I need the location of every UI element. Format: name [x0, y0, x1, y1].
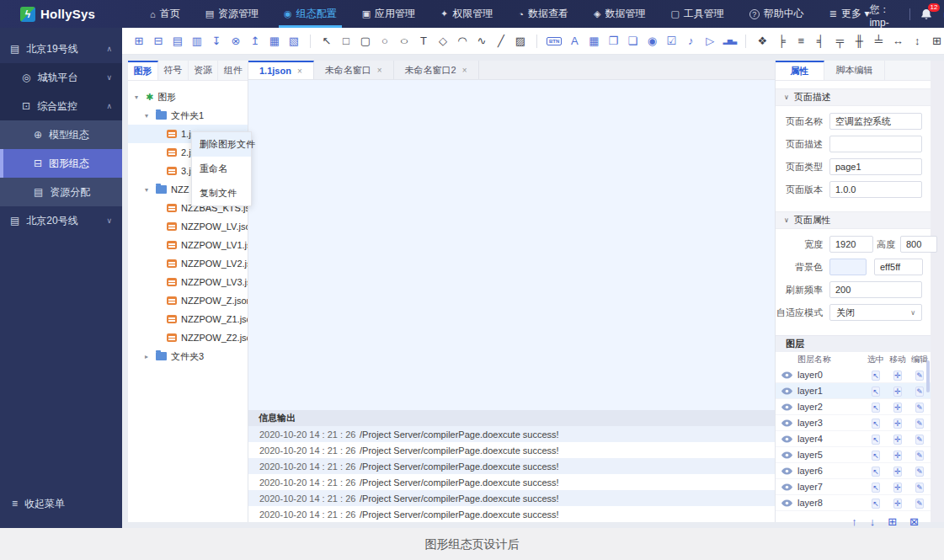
upload-cloud-icon[interactable]: ↥	[247, 33, 264, 50]
rect-tool-icon[interactable]: □	[338, 33, 355, 50]
center-in-canvas-icon[interactable]: ⊞	[928, 33, 944, 50]
move-layer-button[interactable]: ✛	[893, 451, 902, 461]
align-top-icon[interactable]: ╤	[831, 33, 848, 50]
section-page-attributes[interactable]: ∨ 页面属性	[776, 211, 931, 229]
curve-tool-icon[interactable]: ∿	[473, 33, 490, 50]
nav-resource-mgmt[interactable]: ▤ 资源管理	[205, 0, 259, 28]
visibility-eye-icon[interactable]	[776, 371, 797, 379]
text-tool-icon[interactable]: T	[415, 33, 432, 50]
audio-widget-icon[interactable]: ♪	[682, 33, 699, 50]
group-objects-icon[interactable]: ❖	[754, 33, 771, 50]
nav-config[interactable]: ◉ 组态配置	[284, 0, 337, 28]
video-widget-icon[interactable]: ▷	[701, 33, 718, 50]
sidebar-item-urban-rail-platform[interactable]: ◎ 城轨平台 ∨	[0, 63, 122, 92]
select-layer-button[interactable]: ↖	[872, 371, 880, 381]
move-layer-button[interactable]: ✛	[893, 499, 902, 509]
distribute-h-icon[interactable]: ↔	[889, 33, 906, 50]
doc-tab-unnamed-window2[interactable]: 未命名窗口2 ×	[394, 61, 479, 79]
edit-layer-button[interactable]: ✎	[915, 387, 924, 397]
tab-graphics[interactable]: 图形	[128, 61, 158, 80]
select-layer-button[interactable]: ↖	[872, 467, 880, 477]
edit-layer-button[interactable]: ✎	[915, 371, 924, 381]
tree-file-nzzpow-lv1[interactable]: NZZPOW_LV1.json	[128, 236, 248, 254]
bg-color-field[interactable]	[874, 259, 923, 275]
menu-delete-graphic-file[interactable]: 删除图形文件	[192, 132, 251, 157]
button-widget-icon[interactable]: BTN	[547, 37, 562, 45]
align-middle-icon[interactable]: ╫	[851, 33, 867, 50]
layer-up-button[interactable]: ↑	[851, 515, 857, 528]
sidebar-group-beijing20[interactable]: ▤ 北京20号线 ∨	[0, 206, 122, 235]
polygon-tool-icon[interactable]: ◇	[435, 33, 451, 50]
close-tab-icon[interactable]: ×	[297, 67, 302, 76]
import-file-icon[interactable]: ▧	[285, 33, 302, 50]
select-layer-button[interactable]: ↖	[872, 403, 880, 413]
edit-layer-button[interactable]: ✎	[915, 483, 924, 493]
tree-file-nzzpow-z2[interactable]: NZZPOW_Z2.json	[128, 328, 248, 347]
design-canvas[interactable]	[248, 80, 775, 410]
refresh-rate-field[interactable]	[829, 281, 922, 298]
delete-layer-button[interactable]: ⊠	[909, 515, 919, 528]
select-layer-button[interactable]: ↖	[872, 387, 880, 397]
page-type-field[interactable]	[829, 158, 922, 175]
circle-tool-icon[interactable]: ○	[376, 33, 393, 50]
move-layer-button[interactable]: ✛	[893, 387, 902, 397]
sidebar-item-graphic-config[interactable]: ⊟ 图形组态	[0, 149, 122, 178]
adaptive-mode-select[interactable]: 关闭 ∨	[829, 304, 922, 321]
align-center-icon[interactable]: ≡	[792, 33, 809, 50]
close-tab-icon[interactable]: ×	[377, 66, 382, 75]
checkbox-widget-icon[interactable]: ☑	[663, 33, 680, 50]
sidebar-item-integrated-monitoring[interactable]: ⊡ 综合监控 ∧	[0, 92, 122, 120]
edit-layer-button[interactable]: ✎	[915, 419, 924, 429]
edit-layer-button[interactable]: ✎	[915, 403, 924, 413]
add-layer-button[interactable]: ⊞	[888, 515, 897, 528]
close-tab-icon[interactable]: ×	[462, 66, 467, 75]
nav-more[interactable]: ≣ 更多 ▾	[829, 0, 870, 28]
nav-app-mgmt[interactable]: ▣ 应用管理	[362, 0, 415, 28]
ellipse-tool-icon[interactable]: ○	[392, 33, 416, 50]
visibility-eye-icon[interactable]	[776, 435, 797, 443]
caret-icon[interactable]: ▾	[145, 112, 152, 120]
select-layer-button[interactable]: ↖	[872, 483, 880, 493]
move-layer-button[interactable]: ✛	[893, 371, 902, 381]
select-layer-button[interactable]: ↖	[872, 419, 880, 429]
page-desc-field[interactable]	[829, 136, 922, 152]
tab-symbols[interactable]: 符号	[158, 61, 189, 80]
radio-widget-icon[interactable]: ◉	[643, 33, 660, 50]
visibility-eye-icon[interactable]	[776, 499, 797, 507]
select-layer-button[interactable]: ↖	[872, 435, 880, 445]
image-tool-icon[interactable]: ▨	[512, 33, 529, 50]
arc-tool-icon[interactable]: ◠	[454, 33, 471, 50]
sidebar-item-model-config[interactable]: ⊕ 模型组态	[0, 120, 122, 149]
edit-layer-button[interactable]: ✎	[915, 435, 924, 445]
width-field[interactable]	[829, 236, 873, 253]
copy-widget-icon[interactable]: ❏	[624, 33, 641, 50]
doc-tab-unnamed-window[interactable]: 未命名窗口 ×	[314, 61, 394, 79]
edit-layer-button[interactable]: ✎	[915, 467, 924, 477]
move-layer-button[interactable]: ✛	[893, 467, 902, 477]
bg-color-swatch[interactable]	[829, 259, 867, 275]
tree-file-nzzpow-lv3[interactable]: NZZPOW_LV3.json	[128, 273, 248, 291]
line-tool-icon[interactable]: ╱	[493, 33, 509, 50]
cancel-icon[interactable]: ⊗	[227, 33, 244, 50]
visibility-eye-icon[interactable]	[776, 467, 797, 475]
chart-widget-icon[interactable]: ▂▅▃	[721, 33, 738, 50]
move-layer-button[interactable]: ✛	[893, 403, 902, 413]
tab-properties[interactable]: 属性	[776, 61, 824, 80]
menu-copy-file[interactable]: 复制文件	[192, 181, 251, 205]
nav-tool-mgmt[interactable]: ▢ 工具管理	[670, 0, 723, 28]
tree-root-graphics[interactable]: ▾ 图形	[128, 88, 248, 106]
tree-folder-1[interactable]: ▾ 文件夹1	[128, 106, 248, 125]
table-widget-icon[interactable]: ▦	[585, 33, 602, 50]
doc-tab-1-1json[interactable]: 1.1json ×	[248, 61, 314, 79]
select-layer-button[interactable]: ↖	[872, 499, 880, 509]
tree-file-nzzpow-lv[interactable]: NZZPOW_LV.json	[128, 217, 248, 236]
move-layer-button[interactable]: ✛	[893, 419, 902, 429]
rounded-rect-tool-icon[interactable]: ▢	[357, 33, 374, 50]
visibility-eye-icon[interactable]	[776, 419, 797, 427]
visibility-eye-icon[interactable]	[776, 451, 797, 459]
cursor-tool-icon[interactable]: ↖	[318, 33, 335, 50]
tree-file-nzzpow-z1[interactable]: NZZPOW_Z1.json	[128, 310, 248, 328]
tree-folder-3[interactable]: ▸ 文件夹3	[128, 347, 248, 365]
caret-icon[interactable]: ▾	[145, 186, 152, 194]
caret-icon[interactable]: ▸	[145, 353, 152, 360]
